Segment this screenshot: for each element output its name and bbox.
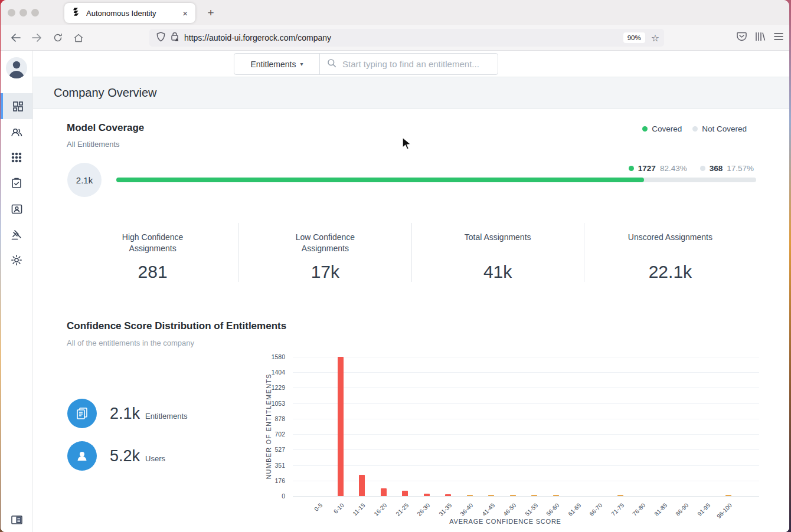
stat-total-assignments: Total Assignments 41k — [412, 223, 584, 282]
home-button[interactable] — [70, 29, 87, 47]
entitlements-label: Entitlements — [145, 412, 188, 421]
legend-covered-label: Covered — [652, 124, 682, 133]
not-covered-dot-icon — [692, 126, 698, 132]
tab-title: Autonomous Identity — [86, 9, 181, 18]
tracking-protection-shield-icon[interactable] — [156, 32, 165, 44]
chart-x-tick: 91-95 — [696, 502, 711, 517]
chart-x-tick: 6-10 — [332, 502, 345, 515]
stat-value: 281 — [67, 262, 238, 282]
entitlements-icon — [67, 399, 97, 428]
coverage-legend: Covered Not Covered — [642, 124, 747, 133]
forgerock-logo-icon — [72, 7, 81, 19]
search-input[interactable] — [342, 59, 491, 69]
chart-x-tick: 11-15 — [352, 502, 367, 517]
chart-x-tick: 21-25 — [394, 502, 410, 517]
window-minimize-button[interactable] — [19, 9, 27, 17]
users-count: 5.2k — [110, 447, 140, 465]
chart-x-tick: 46-50 — [502, 502, 518, 517]
users-icon — [67, 441, 97, 471]
entity-search-bar: Entitlements ▾ — [33, 51, 789, 77]
sidebar-item-settings[interactable] — [1, 247, 32, 273]
chart-bar — [725, 495, 731, 496]
page-title: Company Overview — [54, 77, 157, 109]
chart-bar — [381, 488, 387, 496]
chart-x-tick: 76-80 — [632, 502, 647, 517]
assignment-stats: High Confidence Assignments 281 Low Conf… — [67, 223, 756, 282]
chart-bar — [445, 494, 451, 496]
library-icon[interactable] — [755, 32, 766, 44]
chart-x-tick: 16-20 — [373, 502, 388, 517]
entitlements-count: 2.1k — [110, 405, 140, 423]
page-header-band: Company Overview — [33, 77, 789, 109]
zoom-level-badge[interactable]: 90% — [623, 32, 645, 43]
sidebar-item-approvals[interactable] — [1, 170, 32, 196]
legend-item-not-covered[interactable]: Not Covered — [692, 124, 747, 133]
menu-hamburger-icon[interactable] — [774, 32, 783, 43]
chart-x-tick: 96-100 — [715, 502, 733, 520]
legend-item-covered[interactable]: Covered — [642, 124, 682, 133]
covered-dot-icon — [629, 166, 634, 171]
tab-close-icon[interactable]: × — [181, 8, 189, 18]
sidebar-item-users[interactable] — [1, 119, 32, 145]
back-button[interactable] — [6, 29, 24, 47]
not-covered-dot-icon — [700, 166, 705, 171]
url-bar[interactable]: https://autoid-ui.forgerock.com/company … — [149, 29, 664, 47]
entity-type-dropdown[interactable]: Entitlements ▾ — [234, 54, 320, 74]
entitlements-chip: 2.1k Entitlements — [67, 399, 188, 428]
total-entitlements-bubble: 2.1k — [67, 163, 102, 197]
entity-type-label: Entitlements — [250, 60, 296, 69]
url-text: https://autoid-ui.forgerock.com/company — [184, 33, 623, 42]
navigation-toolbar: https://autoid-ui.forgerock.com/company … — [1, 25, 789, 51]
chart-y-tick: 1404 — [260, 369, 285, 376]
chart-x-tick: 41-45 — [481, 502, 496, 517]
reload-button[interactable] — [49, 29, 67, 47]
distribution-subtitle: All of the entitlements in the company — [67, 339, 194, 347]
chart-x-axis-title: AVERAGE CONFIDENCE SCORE — [272, 518, 738, 525]
chart-x-tick: 86-90 — [675, 502, 690, 517]
chart-x-tick: 51-55 — [524, 502, 539, 517]
confidence-distribution-chart: NUMBER OF ENTITLEMENTS 01763515277028781… — [260, 348, 768, 528]
chart-x-tick: 26-30 — [416, 502, 432, 517]
chart-y-tick: 527 — [260, 446, 285, 453]
stat-label: Unscored Assignments — [623, 232, 717, 254]
chart-y-tick: 878 — [260, 415, 285, 422]
browser-window: Autonomous Identity × + https://autoid-u… — [1, 0, 789, 532]
users-label: Users — [145, 454, 165, 463]
user-avatar[interactable] — [6, 57, 27, 78]
chart-x-tick: 36-40 — [459, 502, 475, 517]
stat-high-confidence: High Confidence Assignments 281 — [67, 223, 238, 282]
chart-y-tick: 176 — [260, 477, 285, 484]
connection-lock-icon[interactable] — [171, 32, 179, 44]
window-close-button[interactable] — [8, 9, 15, 17]
sidebar-item-certifications[interactable] — [1, 196, 32, 222]
chart-x-tick: 31-35 — [437, 502, 453, 517]
covered-count: 1727 — [638, 164, 656, 173]
sidebar-collapse-toggle[interactable] — [1, 507, 32, 532]
pocket-icon[interactable] — [737, 32, 747, 44]
covered-dot-icon — [642, 126, 648, 132]
chart-x-tick: 66-70 — [589, 502, 604, 517]
chart-bar — [338, 357, 344, 496]
chart-bar — [488, 495, 494, 496]
chart-y-tick: 0 — [260, 492, 285, 500]
not-covered-count: 368 — [710, 164, 723, 173]
sidebar-item-dashboard[interactable] — [1, 93, 32, 119]
chart-y-tick: 351 — [260, 462, 285, 469]
stat-label: Total Assignments — [450, 232, 545, 254]
browser-tab[interactable]: Autonomous Identity × — [64, 3, 195, 23]
stat-value: 41k — [412, 262, 584, 282]
forward-button[interactable] — [28, 29, 45, 47]
chart-x-tick: 81-85 — [653, 502, 668, 517]
new-tab-button[interactable]: + — [202, 5, 219, 21]
window-zoom-button[interactable] — [31, 9, 39, 17]
sidebar-item-rules[interactable] — [1, 222, 32, 248]
chart-y-tick: 1053 — [260, 400, 285, 407]
url-domain: https://autoid-ui.forgerock.com — [184, 33, 295, 42]
users-chip: 5.2k Users — [67, 441, 165, 471]
chart-bar — [531, 495, 537, 496]
stat-unscored-assignments: Unscored Assignments 22.1k — [584, 223, 756, 282]
sidebar-item-applications[interactable] — [1, 145, 32, 170]
stat-value: 17k — [239, 262, 411, 282]
chart-bar — [424, 494, 430, 496]
bookmark-star-icon[interactable]: ☆ — [651, 32, 659, 44]
